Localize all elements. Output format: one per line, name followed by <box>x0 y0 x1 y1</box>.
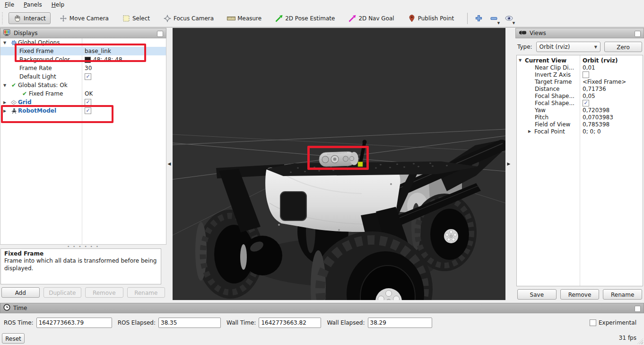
toolbar-button-zoom-in-plus-icon[interactable] <box>472 12 485 25</box>
robotmodel-checkbox[interactable]: ✓ <box>85 107 91 114</box>
views-rename-button[interactable]: Rename <box>603 289 642 300</box>
tree-row-pitch[interactable]: Pitch0,0703983 <box>517 114 643 121</box>
default-light-checkbox[interactable]: ✓ <box>85 73 91 80</box>
menu-item-help[interactable]: Help <box>47 0 69 9</box>
grid-checkbox[interactable]: ✓ <box>85 99 91 106</box>
ros-elapsed-input[interactable] <box>158 318 221 328</box>
gear-icon <box>9 40 18 46</box>
time-panel-header[interactable]: Time <box>0 303 644 313</box>
experimental-checkbox[interactable] <box>590 319 596 326</box>
tree-row-value: 48; 48; 48 <box>93 56 122 63</box>
displays-add-button[interactable]: Add <box>1 287 40 298</box>
views-panel-header[interactable]: Views <box>515 28 644 38</box>
menu-item-panels[interactable]: Panels <box>19 0 47 9</box>
tool-button-select[interactable]: Select <box>117 13 155 24</box>
tree-row-fixed-frame[interactable]: ✔Fixed FrameOK <box>0 89 166 98</box>
tool-button-publish-point[interactable]: Publish Point <box>403 12 459 25</box>
move-camera-icon <box>59 15 68 22</box>
tool-button-move-camera[interactable]: Move Camera <box>54 12 113 25</box>
tree-row-label: Grid <box>18 99 31 106</box>
invert-z-axis-checkbox[interactable] <box>583 71 589 78</box>
tree-row-label: RobotModel <box>18 107 56 114</box>
tool-button-measure[interactable]: Measure <box>222 13 266 24</box>
tree-row-grid[interactable]: ▶Grid✓ <box>0 98 166 106</box>
zero-button[interactable]: Zero <box>604 42 642 52</box>
displays-panel-title: Displays <box>14 30 37 36</box>
tool-button-interact[interactable]: Interact <box>9 12 51 24</box>
expander-closed-icon[interactable]: ▶ <box>528 129 534 133</box>
tree-row-default-light[interactable]: Default Light✓ <box>0 72 166 81</box>
tree-row-target-frame[interactable]: Target Frame<Fixed Frame> <box>517 78 643 85</box>
toolbar-button-zoom-out-minus-icon[interactable]: ▼ <box>487 12 500 25</box>
time-float-button[interactable] <box>635 306 641 312</box>
tree-row-label: Frame Rate <box>19 65 52 71</box>
tree-row-field-of-view[interactable]: Field of View0,785398 <box>517 121 643 128</box>
tree-row-global-options[interactable]: ▼Global Options <box>0 38 166 47</box>
time-panel-title: Time <box>13 305 27 311</box>
chevron-down-icon[interactable]: ▼ <box>497 22 500 25</box>
tool-button-label: Interact <box>24 15 46 22</box>
displays-panel-header[interactable]: Displays <box>0 28 166 38</box>
tree-row-fixed-frame[interactable]: Fixed Framebase_link <box>0 47 166 55</box>
tree-row-invert-z-axis[interactable]: Invert Z Axis <box>517 71 643 78</box>
tree-row-label: Focal Shape... <box>535 93 574 99</box>
left-panel-collapse-arrow[interactable]: ◀ <box>166 160 172 167</box>
ros-time-input[interactable] <box>36 318 112 328</box>
displays-float-button[interactable] <box>157 31 163 37</box>
displays-splitter-handle[interactable]: • • • • • • <box>0 245 166 248</box>
tree-row-label: Distance <box>535 86 559 92</box>
reset-button[interactable]: Reset <box>2 333 25 344</box>
tree-row-focal-point[interactable]: ▶Focal Point0; 0; 0 <box>517 128 643 135</box>
tree-row-focal-shape[interactable]: Focal Shape...✓ <box>517 99 643 106</box>
expander-closed-icon[interactable]: ▶ <box>3 100 9 105</box>
tree-row-distance[interactable]: Distance0,71736 <box>517 85 643 92</box>
window-resize-grip[interactable] <box>637 338 643 344</box>
views-type-row: Type: Orbit (rviz) ▼ Zero <box>517 41 642 53</box>
toolbar-button-eye-icon[interactable]: ▼ <box>503 12 515 25</box>
tree-row-value: OK <box>85 90 93 97</box>
nav-goal-arrow-icon <box>348 15 357 22</box>
views-remove-button[interactable]: Remove <box>560 289 600 300</box>
views-camera-icon <box>519 30 527 37</box>
right-panel-collapse-arrow[interactable]: ▶ <box>506 160 512 167</box>
views-save-button[interactable]: Save <box>517 289 557 300</box>
tree-row-label: Yaw <box>535 107 546 114</box>
tree-row-label: Default Light <box>19 73 56 80</box>
tree-row-global-status-ok[interactable]: ▼✔Global Status: Ok <box>0 81 166 89</box>
tree-row-label: Focal Shape... <box>535 100 574 106</box>
tree-row-current-view[interactable]: ▼Current ViewOrbit (rviz) <box>517 57 643 64</box>
description-title: Fixed Frame <box>4 250 157 257</box>
tree-row-value: 0,01 <box>583 64 595 71</box>
expander-open-icon[interactable]: ▼ <box>3 41 9 45</box>
expander-open-icon[interactable]: ▼ <box>3 83 9 88</box>
chevron-down-icon[interactable]: ▼ <box>513 22 515 25</box>
tree-row-yaw[interactable]: Yaw0,720398 <box>517 106 643 114</box>
tree-row-near-clip-di[interactable]: Near Clip Di...0,01 <box>517 64 643 71</box>
tree-row-robotmodel[interactable]: ▶RobotModel✓ <box>0 106 166 115</box>
views-type-label: Type: <box>517 44 532 50</box>
tree-row-value: 0,785398 <box>583 121 609 128</box>
expander-closed-icon[interactable]: ▶ <box>3 109 9 113</box>
toolbar-drag-handle[interactable] <box>2 12 5 25</box>
tree-row-background-color[interactable]: Background Color48; 48; 48 <box>0 55 166 64</box>
menu-item-file[interactable]: File <box>0 0 19 9</box>
3d-viewport[interactable] <box>173 28 505 300</box>
view-type-combobox[interactable]: Orbit (rviz) ▼ <box>536 42 600 52</box>
focal-shape-checkbox[interactable]: ✓ <box>583 100 589 106</box>
views-float-button[interactable] <box>635 31 641 37</box>
tool-button-2d-pose-estimate[interactable]: 2D Pose Estimate <box>270 12 339 25</box>
tool-button-2d-nav-goal[interactable]: 2D Nav Goal <box>343 12 399 25</box>
menu-bar: FilePanelsHelp <box>0 0 644 9</box>
tree-row-focal-shape[interactable]: Focal Shape...0,05 <box>517 92 643 99</box>
wall-time-input[interactable] <box>259 318 321 328</box>
tree-row-label: Target Frame <box>535 79 572 85</box>
description-body: Frame into which all data is transformed… <box>4 257 157 272</box>
view-type-value: Orbit (rviz) <box>540 44 570 50</box>
tool-button-label: 2D Nav Goal <box>358 15 394 22</box>
tool-button-focus-camera[interactable]: Focus Camera <box>158 12 218 25</box>
tree-row-frame-rate[interactable]: Frame Rate30 <box>0 64 166 72</box>
color-swatch[interactable] <box>85 57 91 63</box>
robot-model-render <box>173 28 505 300</box>
wall-elapsed-input[interactable] <box>368 318 432 328</box>
expander-open-icon[interactable]: ▼ <box>519 58 525 62</box>
